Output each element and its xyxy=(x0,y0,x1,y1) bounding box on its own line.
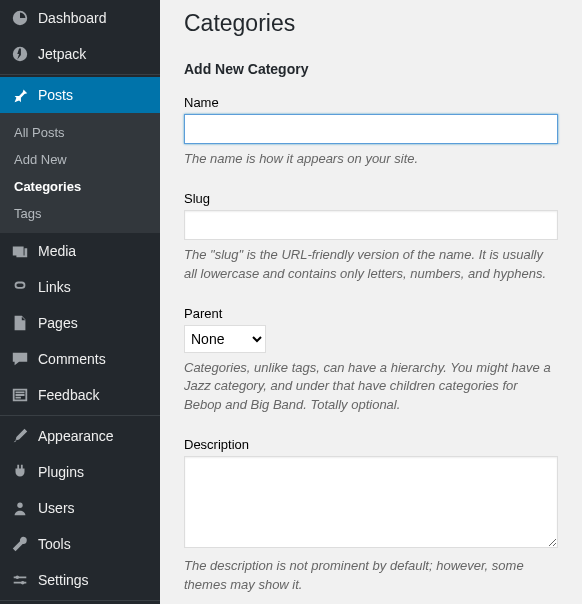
jetpack-icon xyxy=(10,44,30,64)
submenu-all-posts[interactable]: All Posts xyxy=(0,119,160,146)
field-slug: Slug The "slug" is the URL-friendly vers… xyxy=(184,191,558,284)
sidebar-label: Settings xyxy=(38,572,89,588)
description-textarea[interactable] xyxy=(184,456,558,548)
admin-sidebar: Dashboard Jetpack Posts All Posts Add Ne… xyxy=(0,0,160,604)
name-label: Name xyxy=(184,95,558,110)
sidebar-label: Jetpack xyxy=(38,46,86,62)
parent-hint: Categories, unlike tags, can have a hier… xyxy=(184,359,558,416)
sidebar-item-comments[interactable]: Comments xyxy=(0,341,160,377)
slug-hint: The "slug" is the URL-friendly version o… xyxy=(184,246,558,284)
sidebar-item-jetpack[interactable]: Jetpack xyxy=(0,36,160,72)
separator xyxy=(0,74,160,75)
media-icon xyxy=(10,241,30,261)
name-hint: The name is how it appears on your site. xyxy=(184,150,558,169)
sidebar-label: Appearance xyxy=(38,428,114,444)
submenu-tags[interactable]: Tags xyxy=(0,200,160,227)
separator xyxy=(0,600,160,601)
slug-label: Slug xyxy=(184,191,558,206)
svg-point-3 xyxy=(21,581,25,585)
sidebar-label: Feedback xyxy=(38,387,99,403)
submenu-add-new[interactable]: Add New xyxy=(0,146,160,173)
description-label: Description xyxy=(184,437,558,452)
sidebar-label: Pages xyxy=(38,315,78,331)
submenu-categories[interactable]: Categories xyxy=(0,173,160,200)
sidebar-item-settings[interactable]: Settings xyxy=(0,562,160,598)
feedback-icon xyxy=(10,385,30,405)
form-heading: Add New Category xyxy=(184,61,558,77)
field-description: Description The description is not promi… xyxy=(184,437,558,595)
description-hint: The description is not prominent by defa… xyxy=(184,557,558,595)
plug-icon xyxy=(10,462,30,482)
sidebar-item-feedback[interactable]: Feedback xyxy=(0,377,160,413)
slug-input[interactable] xyxy=(184,210,558,240)
sidebar-label: Links xyxy=(38,279,71,295)
sidebar-label: Posts xyxy=(38,87,73,103)
sidebar-item-links[interactable]: Links xyxy=(0,269,160,305)
sidebar-item-pages[interactable]: Pages xyxy=(0,305,160,341)
sidebar-label: Dashboard xyxy=(38,10,107,26)
sidebar-item-users[interactable]: Users xyxy=(0,490,160,526)
page-title: Categories xyxy=(184,10,558,37)
sidebar-label: Users xyxy=(38,500,75,516)
pin-icon xyxy=(10,85,30,105)
separator xyxy=(0,415,160,416)
sidebar-label: Plugins xyxy=(38,464,84,480)
main-content: Categories Add New Category Name The nam… xyxy=(160,0,582,604)
sidebar-item-posts[interactable]: Posts xyxy=(0,77,160,113)
sidebar-item-media[interactable]: Media xyxy=(0,233,160,269)
sidebar-item-plugins[interactable]: Plugins xyxy=(0,454,160,490)
sidebar-item-tools[interactable]: Tools xyxy=(0,526,160,562)
comments-icon xyxy=(10,349,30,369)
parent-label: Parent xyxy=(184,306,558,321)
sidebar-label: Tools xyxy=(38,536,71,552)
settings-icon xyxy=(10,570,30,590)
dashboard-icon xyxy=(10,8,30,28)
parent-select[interactable]: None xyxy=(184,325,266,353)
field-name: Name The name is how it appears on your … xyxy=(184,95,558,169)
users-icon xyxy=(10,498,30,518)
brush-icon xyxy=(10,426,30,446)
name-input[interactable] xyxy=(184,114,558,144)
wrench-icon xyxy=(10,534,30,554)
sidebar-item-dashboard[interactable]: Dashboard xyxy=(0,0,160,36)
field-parent: Parent None Categories, unlike tags, can… xyxy=(184,306,558,416)
links-icon xyxy=(10,277,30,297)
svg-point-1 xyxy=(17,503,22,508)
sidebar-label: Comments xyxy=(38,351,106,367)
sidebar-label: Media xyxy=(38,243,76,259)
posts-submenu: All Posts Add New Categories Tags xyxy=(0,113,160,233)
pages-icon xyxy=(10,313,30,333)
sidebar-item-appearance[interactable]: Appearance xyxy=(0,418,160,454)
svg-point-2 xyxy=(16,576,20,580)
